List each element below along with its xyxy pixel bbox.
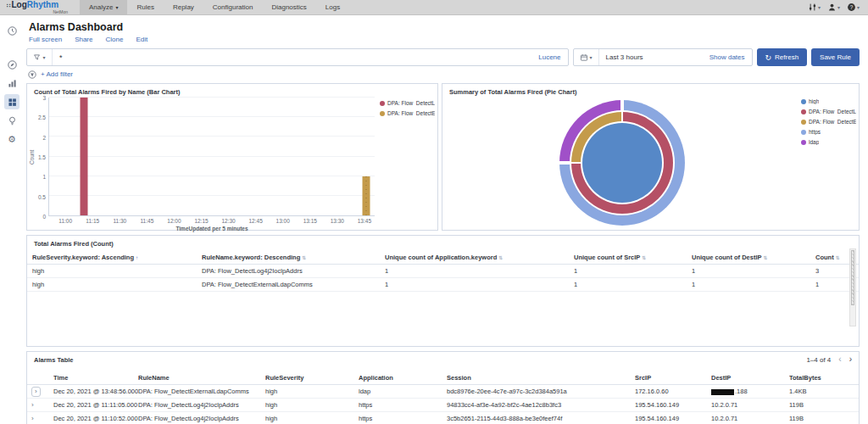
- refresh-button[interactable]: ↻ Refresh: [757, 48, 808, 66]
- legend-item[interactable]: DPA: Flow_DetectExtern...: [380, 110, 435, 116]
- column-header[interactable]: TotalBytes: [789, 371, 859, 384]
- chevron-down-icon: ▾: [837, 4, 840, 10]
- legend-item[interactable]: https: [801, 129, 856, 135]
- pie-ring-rulename[interactable]: [571, 112, 673, 214]
- time-range-value[interactable]: Last 3 hours: [599, 53, 709, 61]
- prev-page-button[interactable]: ‹: [838, 355, 841, 364]
- show-dates-button[interactable]: Show dates: [709, 53, 752, 61]
- add-filter-button[interactable]: + Add filter: [41, 70, 73, 78]
- filter-options-button[interactable]: [28, 70, 36, 79]
- row-expand-button[interactable]: ›: [31, 401, 34, 409]
- table-cell: Dec 20, 2021 @ 11:10:52.000: [53, 412, 138, 424]
- row-expander-cell: ›: [31, 399, 53, 411]
- sidebar-item-dev-tools[interactable]: [4, 113, 19, 128]
- column-header[interactable]: DestIP: [711, 371, 789, 384]
- chart-bar[interactable]: [81, 98, 88, 215]
- column-header[interactable]: SrcIP: [635, 371, 711, 384]
- next-page-button[interactable]: ›: [849, 355, 852, 364]
- legend-swatch: [801, 99, 806, 104]
- sidebar-item-dashboard[interactable]: [4, 94, 19, 109]
- bar-chart-legend: DPA: Flow_DetectLog4j2...DPA: Flow_Detec…: [380, 98, 437, 216]
- row-expand-button[interactable]: ›: [31, 415, 34, 422]
- legend-swatch: [380, 101, 385, 106]
- settings-sliders-button[interactable]: ▾: [808, 3, 821, 12]
- logo-log: Log: [11, 0, 26, 9]
- table-cell: 172.16.0.60: [635, 385, 711, 398]
- help-menu-button[interactable]: ? ▾: [847, 3, 860, 12]
- recently-viewed-button[interactable]: [4, 23, 19, 38]
- count-table-panel: Total Alarms Fired (Count) RuleSeverity.…: [26, 235, 860, 347]
- x-axis: 11:0011:1511:3011:4512:0012:1512:3012:45…: [49, 218, 375, 225]
- nav-item-rules[interactable]: Rules: [127, 0, 163, 14]
- legend-label: ldap: [809, 139, 819, 145]
- column-header[interactable]: RuleSeverity: [265, 371, 359, 384]
- x-axis-tick: 13:00: [276, 218, 290, 224]
- nav-item-replay[interactable]: Replay: [164, 0, 203, 14]
- dashboard-actions: Full screenShareCloneEdit: [29, 36, 860, 43]
- edit-button[interactable]: Edit: [136, 36, 147, 43]
- legend-item[interactable]: DPA: Flow_DetectLog4j2...: [380, 100, 435, 106]
- column-header[interactable]: RuleName.keyword: Descending⇅: [202, 251, 385, 264]
- share-button[interactable]: Share: [75, 36, 92, 43]
- query-value[interactable]: *: [53, 53, 531, 62]
- column-header[interactable]: Application: [359, 371, 447, 384]
- nav-item-diagnostics[interactable]: Diagnostics: [262, 0, 315, 14]
- top-nav-bar: ∷LogRhythm NetMon Analyze▾RulesReplayCon…: [0, 0, 868, 15]
- date-picker[interactable]: ▾ Last 3 hours Show dates: [573, 48, 753, 66]
- legend-item[interactable]: DPA: Flow_DetectExtern...: [801, 119, 856, 125]
- table-cell: bdc8976e-20ee-4c7e-a97c-3c2d384a591a: [447, 385, 635, 398]
- alarms-table-title: Alarms Table: [34, 356, 74, 364]
- save-rule-button[interactable]: Save Rule: [811, 48, 860, 66]
- column-header[interactable]: Time: [53, 371, 138, 384]
- pie-chart-legend: highDPA: Flow_DetectLog4j2...DPA: Flow_D…: [801, 96, 859, 228]
- pie-ring-severity[interactable]: [582, 123, 662, 203]
- clock-icon: [7, 25, 18, 36]
- sidebar-item-management[interactable]: ⚙: [4, 131, 19, 147]
- scrollbar-thumb[interactable]: [851, 250, 854, 305]
- nav-item-configuration[interactable]: Configuration: [203, 0, 263, 14]
- pie-ring-application[interactable]: [559, 100, 685, 226]
- full-screen-button[interactable]: Full screen: [29, 36, 62, 43]
- pie-chart: highDPA: Flow_DetectLog4j2...DPA: Flow_D…: [442, 96, 859, 228]
- pie-chart-title: Summary of Total Alarms Fired (Pie Chart…: [442, 84, 859, 96]
- column-header[interactable]: Session: [447, 371, 635, 384]
- legend-item[interactable]: ldap: [801, 139, 856, 145]
- column-header[interactable]: Unique count of Application.keyword⇅: [385, 251, 574, 264]
- clone-button[interactable]: Clone: [105, 36, 123, 43]
- x-axis-tick: 12:45: [249, 218, 263, 224]
- table-scrollbar[interactable]: [849, 248, 856, 326]
- x-axis-tick: 11:30: [113, 218, 126, 224]
- filter-bar: + Add filter: [28, 70, 860, 79]
- row-expander-cell: ›: [31, 412, 53, 424]
- legend-item[interactable]: high: [801, 98, 856, 104]
- chart-bar[interactable]: [362, 176, 370, 215]
- table-cell: https: [359, 412, 447, 424]
- column-header[interactable]: RuleSeverity.keyword: Ascending↑: [32, 251, 202, 264]
- legend-swatch: [801, 140, 806, 145]
- user-menu-button[interactable]: ▾: [827, 3, 840, 12]
- chevron-down-icon: ▾: [115, 4, 118, 10]
- calendar-icon: [580, 53, 588, 62]
- legend-item[interactable]: DPA: Flow_DetectLog4j2...: [801, 109, 856, 114]
- table-cell: 94833cc4-af3e-4a92-bf2c-4ae12c8b3fc3: [447, 399, 635, 411]
- date-picker-menu-button[interactable]: ▾: [574, 49, 599, 65]
- saved-query-menu-button[interactable]: ▾: [27, 49, 53, 65]
- column-header[interactable]: Unique count of SrcIP⇅: [574, 251, 692, 264]
- column-header[interactable]: RuleName: [138, 371, 265, 384]
- table-row: ›Dec 20, 2021 @ 13:48:56.000DPA: Flow_De…: [27, 385, 859, 399]
- expander-column-header: [31, 376, 53, 381]
- table-cell: DPA: Flow_DetectLog4j2IoclpAddrs: [138, 399, 265, 411]
- logo-icon: ∷: [7, 3, 10, 8]
- nav-item-analyze[interactable]: Analyze▾: [80, 0, 127, 14]
- nav-item-logs[interactable]: Logs: [316, 0, 349, 14]
- sidebar-item-discover[interactable]: [4, 57, 19, 72]
- sidebar-item-visualize[interactable]: [4, 75, 19, 91]
- query-input[interactable]: ▾ * Lucene: [26, 48, 569, 66]
- table-cell: 1: [385, 278, 574, 291]
- chevron-down-icon: ▾: [857, 4, 860, 10]
- table-header-row: TimeRuleNameRuleSeverityApplicationSessi…: [27, 371, 859, 385]
- query-language-toggle[interactable]: Lucene: [531, 53, 567, 61]
- column-header[interactable]: Unique count of DestIP⇅: [692, 251, 815, 264]
- row-expand-button[interactable]: ›: [31, 387, 41, 397]
- left-icon-rail: ⚙: [0, 16, 24, 424]
